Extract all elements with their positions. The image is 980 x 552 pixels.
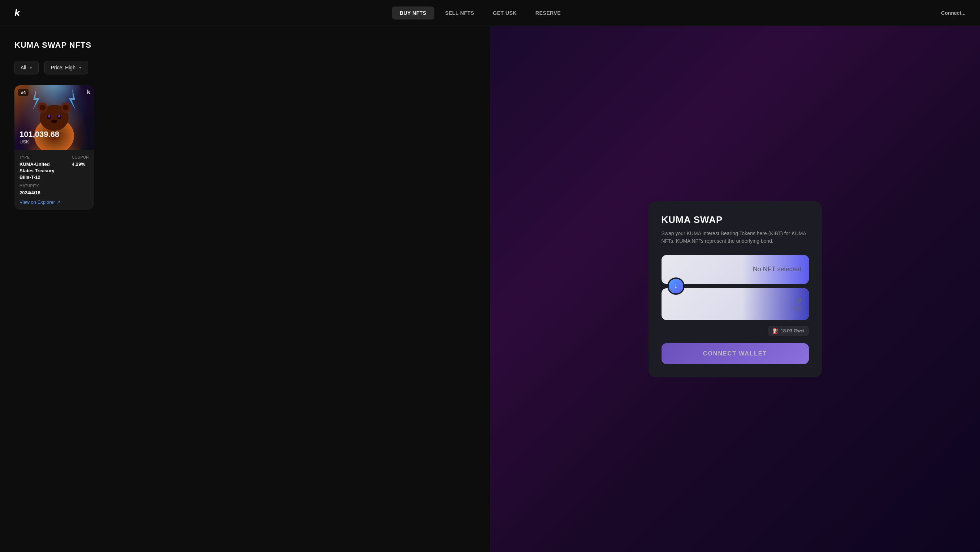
filters-row: All ▼ Price: High ▼ (14, 61, 476, 74)
type-filter-label: All (21, 65, 26, 70)
svg-point-7 (63, 105, 68, 110)
svg-point-6 (40, 105, 46, 110)
nav-buy-nfts[interactable]: BUY NFTS (392, 6, 434, 19)
nft-maturity-value: 2024/4/18 (19, 190, 40, 195)
nft-logo-mark: k (87, 89, 90, 96)
gas-value: 18.03 Gwei (781, 328, 805, 333)
nft-maturity-label: MATURITY (19, 184, 89, 188)
nav-sell-nfts[interactable]: SELL NFTS (437, 6, 482, 19)
svg-point-11 (58, 115, 60, 117)
nft-coupon-value: 4.29% (72, 161, 85, 167)
connect-wallet-button[interactable]: CONNECT WALLET (662, 343, 809, 364)
swap-arrow-icon: ↓ (674, 282, 678, 290)
nft-coupon-col: COUPON 4.29% (72, 155, 89, 180)
left-panel: KUMA SWAP NFTS All ▼ Price: High ▼ (0, 26, 490, 552)
nft-price-value: 101,039.68 (19, 130, 59, 139)
price-filter[interactable]: Price: High ▼ (45, 61, 88, 74)
page-title: KUMA SWAP NFTS (14, 40, 476, 50)
nft-card[interactable]: #4 k 101,039.68 USK TYPE KUMA-United Sta… (14, 85, 94, 210)
swap-description: Swap your KUMA Interest Bearing Tokens h… (662, 230, 809, 245)
svg-point-12 (51, 120, 57, 123)
nft-maturity-row: MATURITY 2024/4/18 (19, 184, 89, 196)
nft-badge: #4 (18, 89, 29, 96)
header-connect-label[interactable]: Connect... (941, 10, 966, 16)
nft-type-value: KUMA-United States Treasury Bills-T-12 (19, 161, 54, 180)
nft-type-col: TYPE KUMA-United States Treasury Bills-T… (19, 155, 61, 180)
nft-coupon-label: COUPON (72, 155, 89, 159)
swap-arrow-container: ↓ (669, 279, 809, 294)
logo: k (14, 7, 19, 19)
type-filter[interactable]: All ▼ (14, 61, 39, 74)
swap-output-value: 0.0 (793, 306, 801, 312)
view-on-explorer-link[interactable]: View on Explorer ↗ (19, 199, 89, 205)
nft-image-container: #4 k 101,039.68 USK (14, 85, 94, 150)
nav-reserve[interactable]: RESERVE (528, 6, 569, 19)
nft-type-label: TYPE (19, 155, 61, 159)
price-filter-label: Price: High (51, 65, 75, 70)
header: k BUY NFTS SELL NFTS GET USK RESERVE Con… (0, 0, 980, 26)
main-nav: BUY NFTS SELL NFTS GET USK RESERVE (392, 6, 569, 19)
nft-price-unit: USK (19, 139, 59, 145)
nft-price: 101,039.68 USK (19, 130, 59, 145)
svg-point-10 (48, 115, 50, 117)
gas-badge: ⛽ 18.03 Gwei (768, 326, 809, 336)
explorer-link-label: View on Explorer (19, 199, 55, 205)
nft-details: TYPE KUMA-United States Treasury Bills-T… (14, 150, 94, 210)
type-filter-chevron-icon: ▼ (29, 66, 33, 70)
swap-direction-button[interactable]: ↓ (669, 279, 683, 294)
swap-output-content: # 0.0 (793, 296, 801, 312)
external-link-icon: ↗ (56, 199, 60, 205)
right-panel: KUMA SWAP Swap your KUMA Interest Bearin… (490, 26, 980, 552)
swap-input-placeholder: No NFT selected (753, 265, 802, 273)
nav-get-usk[interactable]: GET USK (485, 6, 525, 19)
nft-type-coupon-row: TYPE KUMA-United States Treasury Bills-T… (19, 155, 89, 180)
gas-pump-icon: ⛽ (772, 328, 778, 334)
gas-row: ⛽ 18.03 Gwei (662, 326, 809, 336)
swap-card: KUMA SWAP Swap your KUMA Interest Bearin… (649, 201, 822, 377)
main-layout: KUMA SWAP NFTS All ▼ Price: High ▼ (0, 26, 980, 552)
price-filter-chevron-icon: ▼ (78, 66, 82, 70)
swap-title: KUMA SWAP (662, 214, 809, 225)
swap-output-hash: # (793, 296, 801, 306)
